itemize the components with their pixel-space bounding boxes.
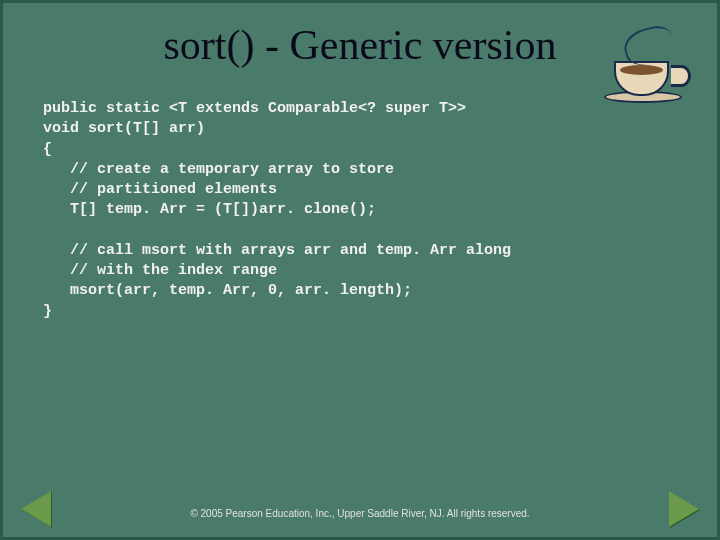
code-block: public static <T extends Comparable<? su… [3, 77, 717, 322]
slide-container: sort() - Generic version public static <… [0, 0, 720, 540]
copyright-footer: © 2005 Pearson Education, Inc., Upper Sa… [3, 508, 717, 519]
next-slide-button[interactable] [669, 491, 699, 527]
coffee-cup-icon [609, 33, 699, 113]
previous-slide-button[interactable] [21, 491, 51, 527]
arrow-right-icon [669, 491, 699, 527]
arrow-left-icon [21, 491, 51, 527]
